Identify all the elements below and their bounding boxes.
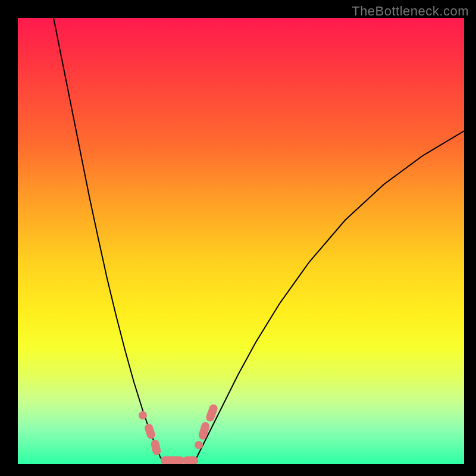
marker-pill [143, 422, 156, 440]
curve-left-branch [54, 18, 161, 458]
marker-pill [183, 456, 198, 464]
marker-dot [139, 411, 147, 419]
marker-dot [195, 441, 203, 449]
markers-group [139, 403, 219, 464]
marker-pill [161, 456, 184, 464]
watermark-text: TheBottleneck.com [352, 4, 469, 19]
curve-right-branch [196, 131, 464, 458]
marker-pill [198, 421, 211, 441]
marker-pill [205, 403, 218, 423]
marker-pill [150, 439, 161, 456]
chart-frame: TheBottleneck.com [0, 0, 476, 476]
plot-area [18, 18, 464, 464]
chart-svg [18, 18, 464, 464]
